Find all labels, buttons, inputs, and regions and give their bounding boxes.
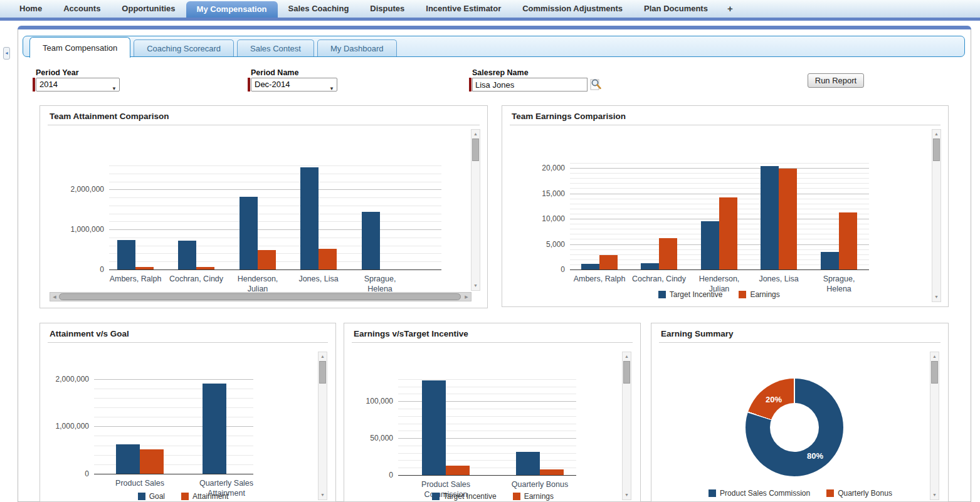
nav-item-accounts[interactable]: Accounts [53, 0, 111, 18]
chart-plot-area: 01,000,0002,000,000Ambers, RalphCochran,… [40, 106, 487, 308]
bar-henderson-julian[interactable] [240, 197, 258, 269]
vertical-scrollbar[interactable]: ▲ ▼ [930, 352, 939, 500]
legend-item-quarterly-bonus: Quarterly Bonus [826, 489, 892, 498]
bar-ambers-ralph-earnings[interactable] [599, 255, 618, 269]
chart-plot-area: 80%20%Product Sales CommissionQuarterly … [651, 323, 948, 501]
period-name-label: Period Name [251, 68, 298, 77]
legend-item-earnings: Earnings [513, 492, 554, 501]
scroll-up-icon[interactable]: ▲ [472, 130, 480, 138]
blue-series-swatch [709, 489, 716, 497]
scroll-up-icon[interactable]: ▲ [930, 353, 939, 360]
scroll-down-icon[interactable]: ▼ [472, 282, 480, 290]
scrollbar-thumb[interactable] [931, 361, 938, 384]
category-label: Ambers, Ralph [107, 274, 164, 284]
scroll-up-icon[interactable]: ▲ [623, 353, 631, 360]
orange-series-swatch [739, 291, 746, 298]
scroll-up-icon[interactable]: ▲ [932, 130, 940, 138]
bar-jones-lisa-earnings[interactable] [779, 169, 797, 269]
gridline [94, 436, 253, 436]
scrollbar-thumb[interactable] [319, 361, 326, 384]
donut-hole [770, 403, 819, 452]
scroll-right-icon[interactable]: ▶ [463, 293, 470, 301]
legend-label: Earnings [750, 290, 779, 299]
vertical-scrollbar[interactable]: ▲ ▼ [932, 129, 941, 302]
chart-title: Attainment v/s Goal [50, 329, 129, 338]
lookup-magnifier-icon[interactable] [590, 78, 602, 91]
collapse-sidebar-button[interactable]: ◂ [3, 47, 10, 60]
bar-ambers-ralph-target-incentive[interactable] [581, 264, 599, 269]
category-label: Quarterly Bonus [499, 479, 581, 489]
salesrep-input[interactable] [472, 78, 587, 92]
bar-quarterly-bonus-earnings[interactable] [540, 469, 564, 475]
bar-product-sales-commission-target-incentive[interactable] [422, 380, 446, 475]
bar-henderson-julian-target-incentive[interactable] [701, 221, 719, 269]
bar-product-sales-goal[interactable] [116, 444, 140, 474]
bar-sprague-helena-target-incentive[interactable] [821, 252, 839, 269]
nav-item-disputes[interactable]: Disputes [359, 0, 415, 18]
gridline [570, 168, 869, 169]
scroll-down-icon[interactable]: ▼ [932, 293, 940, 301]
tab-coaching-scorecard[interactable]: Coaching Scorecard [134, 39, 234, 56]
bar-ambers-ralph[interactable] [135, 267, 154, 269]
x-axis-line [570, 269, 869, 270]
bar-product-sales-commission-earnings[interactable] [446, 466, 470, 475]
bar-henderson-julian-earnings[interactable] [719, 197, 737, 269]
nav-item-incentive-estimator[interactable]: Incentive Estimator [415, 0, 512, 18]
scroll-down-icon[interactable]: ▼ [319, 491, 327, 499]
bar-cochran-cindy-earnings[interactable] [659, 238, 677, 269]
period-name-value: Dec-2014 [255, 80, 290, 89]
vertical-scrollbar[interactable]: ▲ ▼ [318, 352, 327, 500]
bar-jones-lisa-target-incentive[interactable] [761, 166, 779, 269]
vertical-scrollbar[interactable]: ▲ ▼ [471, 129, 480, 291]
slice-pct-label-product-sales-commission: 80% [807, 451, 823, 461]
bar-sprague-helena-earnings[interactable] [839, 212, 857, 269]
earning-summary-chart: Earning Summary 80%20%Product Sales Comm… [651, 323, 949, 502]
chart-legend: Product Sales CommissionQuarterly Bonus [664, 489, 937, 498]
tab-team-compensation[interactable]: Team Compensation [29, 37, 130, 58]
legend-item-earnings: Earnings [739, 290, 779, 299]
horizontal-scrollbar[interactable]: ◀ ▶ [50, 292, 472, 301]
period-name-select[interactable]: Dec-2014 ▼ [251, 78, 337, 92]
nav-item-plan-documents[interactable]: Plan Documents [633, 0, 719, 18]
bar-quarterly-bonus-target-incentive[interactable] [516, 452, 540, 475]
add-tab-button[interactable]: + [719, 0, 742, 18]
chart-title: Earnings v/sTarget Incentive [354, 329, 468, 338]
bar-jones-lisa[interactable] [319, 249, 337, 269]
nav-item-commission-adjustments[interactable]: Commission Adjustments [512, 0, 633, 18]
bar-henderson-julian[interactable] [258, 250, 276, 269]
bar-jones-lisa[interactable] [300, 167, 319, 269]
y-axis-tick-label: 15,000 [516, 189, 565, 198]
period-year-select[interactable]: 2014 ▼ [36, 78, 120, 92]
bar-product-sales-attainment[interactable] [140, 449, 164, 474]
bar-cochran-cindy-target-incentive[interactable] [641, 263, 659, 269]
tab-sales-contest[interactable]: Sales Contest [237, 39, 314, 56]
gridline [94, 417, 253, 417]
scroll-up-icon[interactable]: ▲ [319, 353, 327, 360]
nav-item-my-compensation[interactable]: My Compensation [186, 1, 278, 18]
gridline [94, 398, 253, 399]
nav-accent-bar [0, 18, 980, 21]
scroll-down-icon[interactable]: ▼ [623, 491, 631, 499]
category-label: Cochran, Cindy [631, 274, 687, 284]
legend-item-target-incentive: Target Incentive [432, 492, 497, 501]
legend-label: Target Incentive [670, 290, 723, 299]
nav-item-home[interactable]: Home [9, 0, 53, 18]
scrollbar-thumb[interactable] [472, 139, 479, 161]
scrollbar-thumb[interactable] [933, 139, 940, 161]
bar-sprague-helena[interactable] [362, 212, 380, 269]
bar-ambers-ralph[interactable] [117, 240, 135, 269]
vertical-scrollbar[interactable]: ▲ ▼ [622, 352, 631, 500]
nav-item-opportunities[interactable]: Opportunities [111, 0, 186, 18]
chart-plot-area: 01,000,0002,000,000Product SalesQuarterl… [40, 323, 335, 501]
bar-cochran-cindy[interactable] [196, 267, 214, 269]
bar-quarterly-sales-attainment-goal[interactable] [203, 384, 226, 474]
tab-my-dashboard[interactable]: My Dashboard [317, 39, 397, 56]
bar-cochran-cindy[interactable] [178, 241, 196, 269]
nav-item-sales-coaching[interactable]: Sales Coaching [278, 0, 360, 18]
scroll-left-icon[interactable]: ◀ [51, 293, 58, 301]
scrollbar-thumb[interactable] [623, 361, 630, 384]
scrollbar-thumb[interactable] [59, 293, 461, 300]
run-report-button[interactable]: Run Report [808, 73, 864, 88]
main-panel: Team CompensationCoaching ScorecardSales… [18, 26, 971, 502]
scroll-down-icon[interactable]: ▼ [930, 491, 939, 499]
